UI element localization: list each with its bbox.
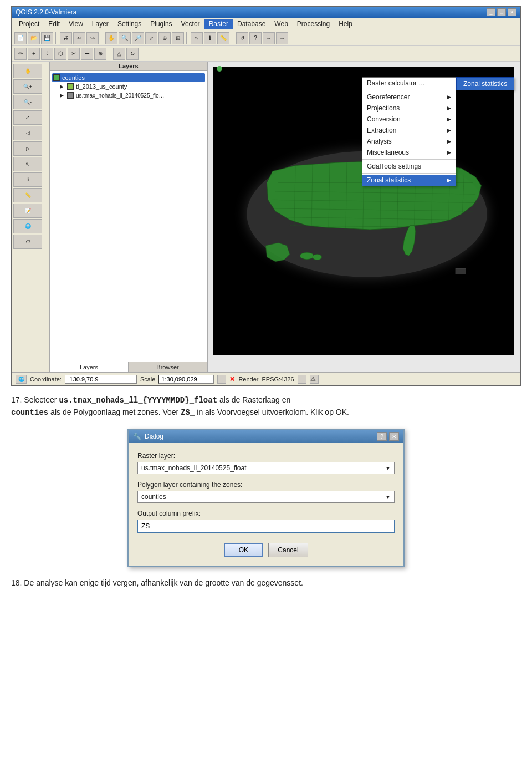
scale-input[interactable] [158, 375, 214, 384]
layer-checkbox-county[interactable] [67, 83, 74, 90]
menu-project[interactable]: Project [14, 19, 44, 29]
zoom-layer-icon[interactable]: ⊕ [158, 32, 171, 44]
edit-mode-icon[interactable]: ✏ [14, 48, 27, 60]
digitize-icon[interactable]: △ [113, 48, 125, 60]
next-extent-btn[interactable]: ▷ [13, 141, 42, 156]
dialog-title-icon: 🔧 [133, 433, 141, 440]
identify-icon[interactable]: ℹ [204, 32, 216, 44]
scale-label: Scale [140, 376, 156, 383]
toolbar-row-2: ✏ + ⤹ ⬡ ✂ ⚌ ⊕ △ ↻ [12, 46, 520, 62]
open-project-icon[interactable]: 📂 [28, 32, 40, 44]
zoom-out-btn[interactable]: 🔍- [13, 95, 42, 109]
select-btn[interactable]: ↖ [13, 157, 42, 171]
annotation-btn[interactable]: 📝 [13, 204, 42, 218]
menu-vector[interactable]: Vector [177, 19, 204, 29]
menu-raster-calculator[interactable]: Raster calculator … [362, 78, 456, 89]
arrow2-icon[interactable]: → [276, 32, 288, 44]
save-project-icon[interactable]: 💾 [41, 32, 53, 44]
delete-feature-icon[interactable]: ✂ [68, 48, 80, 60]
coord-label: Coordinate: [30, 376, 62, 383]
pan-icon[interactable]: ✋ [105, 32, 117, 44]
print-icon[interactable]: 🖨 [60, 32, 72, 44]
menu-zonal-statistics[interactable]: Zonal statistics ▶ [362, 175, 456, 186]
menu-extraction[interactable]: Extraction ▶ [362, 125, 456, 136]
layer-item-county[interactable]: ▶ tl_2013_us_county [60, 82, 205, 91]
submenu-arrow-3: ▶ [447, 116, 451, 122]
menu-projections[interactable]: Projections ▶ [362, 103, 456, 114]
dialog-title-bar: 🔧 Dialog ? ✕ [129, 430, 403, 443]
globe-btn[interactable]: 🌐 [13, 219, 42, 233]
render-label: Render [238, 376, 258, 383]
prev-extent-btn[interactable]: ◁ [13, 126, 42, 140]
left-toolbar: ✋ 🔍+ 🔍- ⤢ ◁ ▷ ↖ ℹ 📏 📝 🌐 ⏱ [12, 62, 50, 372]
menu-conversion[interactable]: Conversion ▶ [362, 114, 456, 125]
polygon-layer-dropdown[interactable]: counties ▼ [137, 491, 395, 503]
menu-analysis[interactable]: Analysis ▶ [362, 136, 456, 147]
menu-database[interactable]: Database [233, 19, 270, 29]
prefix-input[interactable] [137, 520, 395, 533]
coord-input[interactable] [65, 375, 137, 384]
move-feature-icon[interactable]: ⤹ [41, 48, 53, 60]
tab-layers[interactable]: Layers [50, 362, 129, 372]
menu-raster[interactable]: Raster [204, 19, 233, 29]
menu-miscellaneous[interactable]: Miscellaneous ▶ [362, 147, 456, 158]
scale-icon[interactable] [217, 375, 226, 384]
select-icon[interactable]: ↖ [191, 32, 203, 44]
rotate-icon[interactable]: ↻ [126, 48, 139, 60]
measure-icon[interactable]: 📏 [217, 32, 229, 44]
raster-dropdown-menu[interactable]: Raster calculator … Georeferencer ▶ Proj… [362, 77, 456, 186]
new-project-icon[interactable]: 📄 [14, 32, 27, 44]
identify-btn[interactable]: ℹ [13, 172, 42, 187]
merge-icon[interactable]: ⊕ [94, 48, 106, 60]
help-icon[interactable]: ? [249, 32, 262, 44]
cancel-button[interactable]: Cancel [268, 543, 308, 557]
layer-checkbox-tmax[interactable] [67, 92, 74, 99]
zoom-out-icon[interactable]: 🔎 [132, 32, 144, 44]
ok-button[interactable]: OK [224, 543, 263, 557]
arrow-icon[interactable]: → [263, 32, 275, 44]
split-icon[interactable]: ⚌ [81, 48, 93, 60]
zonal-submenu[interactable]: Zonal statistics [456, 77, 514, 90]
menu-processing[interactable]: Processing [293, 19, 334, 29]
tab-browser[interactable]: Browser [129, 362, 207, 372]
menu-gdaltools[interactable]: GdalTools settings [362, 161, 456, 172]
minimize-button[interactable]: _ [487, 8, 495, 16]
temporal-btn[interactable]: ⏱ [13, 235, 42, 249]
menu-view[interactable]: View [64, 19, 88, 29]
refresh-icon[interactable]: ↺ [236, 32, 248, 44]
submenu-arrow-7: ▶ [447, 177, 451, 183]
status-bar: 🌐 Coordinate: Scale ✕ Render EPSG:4326 ⚠ [12, 372, 520, 385]
layer-name-tmax: us.tmax_nohads_ll_20140525_flo… [76, 93, 165, 99]
submenu-arrow-4: ▶ [447, 128, 451, 133]
menu-help[interactable]: Help [334, 19, 357, 29]
redo-icon[interactable]: ↪ [86, 32, 99, 44]
menu-web[interactable]: Web [270, 19, 292, 29]
menu-plugins[interactable]: Plugins [146, 19, 176, 29]
dialog-close-btn[interactable]: ✕ [389, 432, 399, 441]
warning-icon[interactable]: ⚠ [310, 375, 319, 384]
layer-expand-icon[interactable]: ▶ [60, 84, 64, 89]
dialog-help-btn[interactable]: ? [377, 432, 387, 441]
layer-checkbox-counties[interactable] [53, 74, 60, 81]
zoom-extent-icon[interactable]: ⤢ [145, 32, 157, 44]
node-tool-icon[interactable]: ⬡ [54, 48, 66, 60]
raster-layer-dropdown[interactable]: us.tmax_nohads_ll_20140525_float ▼ [137, 462, 395, 474]
zoom-in-btn[interactable]: 🔍+ [13, 79, 42, 94]
pan-map-btn[interactable]: ✋ [13, 64, 42, 78]
zoom-in-icon[interactable]: 🔍 [119, 32, 131, 44]
menu-georeferencer[interactable]: Georeferencer ▶ [362, 91, 456, 103]
layer-item-counties[interactable]: counties [52, 73, 205, 82]
measure-btn[interactable]: 📏 [13, 188, 42, 202]
full-extent-btn[interactable]: ⤢ [13, 110, 42, 125]
menu-layer[interactable]: Layer [88, 19, 113, 29]
maximize-button[interactable]: □ [497, 8, 506, 16]
close-button[interactable]: ✕ [508, 8, 516, 16]
layer-item-tmax[interactable]: ▶ us.tmax_nohads_ll_20140525_flo… [60, 91, 205, 100]
add-feature-icon[interactable]: + [28, 48, 40, 60]
menu-settings[interactable]: Settings [113, 19, 146, 29]
menu-edit[interactable]: Edit [44, 19, 64, 29]
undo-icon[interactable]: ↩ [73, 32, 85, 44]
layer-expand-icon-2[interactable]: ▶ [60, 93, 64, 98]
crs-icon[interactable] [298, 375, 306, 384]
zoom-selection-icon[interactable]: ⊞ [172, 32, 184, 44]
